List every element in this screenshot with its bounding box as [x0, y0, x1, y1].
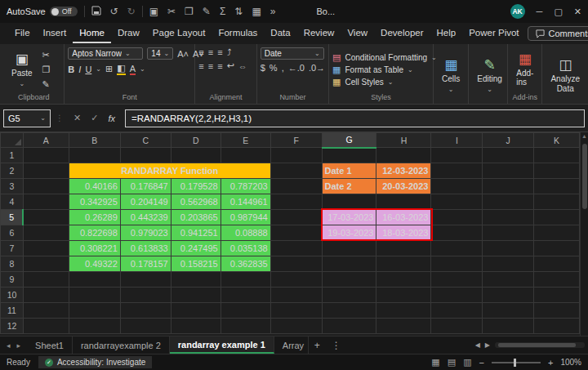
vertical-scrollbar[interactable]: ▲ [580, 132, 588, 336]
cells-button[interactable]: ▦ Cells ⌄ [437, 47, 465, 104]
col-header-D[interactable]: D [171, 133, 220, 148]
horizontal-scroll-thumb[interactable] [498, 343, 576, 347]
account-avatar[interactable]: AK [510, 4, 525, 19]
accessibility-button[interactable]: ✓ Accessibility: Investigate [38, 356, 152, 368]
cell-A2[interactable] [23, 163, 69, 179]
cell-A6[interactable] [23, 225, 69, 241]
sheet-tab-randarrayexample-2[interactable]: randarrayexample 2 [73, 337, 170, 354]
cell-B5[interactable]: 0.26289 [69, 210, 120, 225]
menu-tab-data[interactable]: Data [264, 25, 296, 43]
cell-K12[interactable] [534, 319, 580, 334]
autosave-toggle[interactable]: Off [50, 7, 78, 16]
cell-B4[interactable]: 0.342925 [69, 194, 120, 210]
scroll-left-icon[interactable]: ◀ [475, 341, 480, 349]
cell-H7[interactable] [376, 241, 431, 256]
horizontal-scroll-track[interactable] [495, 342, 585, 348]
cell-F9[interactable] [270, 272, 322, 288]
row-header-5[interactable]: 5 [1, 210, 24, 225]
cell-D10[interactable] [171, 288, 220, 303]
cell-D3[interactable]: 0.179528 [171, 179, 220, 194]
scroll-up-icon[interactable]: ▲ [581, 132, 587, 140]
cell-D4[interactable]: 0.562968 [171, 194, 220, 210]
sheet-tab-sheet1[interactable]: Sheet1 [27, 337, 73, 354]
cell-H5[interactable]: 16-03-2023 [376, 210, 431, 225]
cell-I2[interactable] [431, 163, 483, 179]
cell-A10[interactable] [23, 288, 69, 303]
insert-function-icon[interactable]: fx [108, 114, 115, 123]
menu-tab-developer[interactable]: Developer [374, 25, 430, 43]
cell-K8[interactable] [534, 256, 580, 272]
cell-F11[interactable] [270, 303, 322, 319]
cell-I7[interactable] [431, 241, 483, 256]
cell-D9[interactable] [171, 272, 220, 288]
comments-button[interactable]: Comments [528, 26, 588, 41]
cell-B12[interactable] [69, 319, 120, 334]
menu-tab-home[interactable]: Home [73, 25, 111, 43]
cell-G9[interactable] [322, 272, 376, 288]
cell-K10[interactable] [534, 288, 580, 303]
cell-C5[interactable]: 0.443239 [120, 210, 171, 225]
scroll-right-icon[interactable]: ▶ [485, 341, 490, 349]
more-commands-icon[interactable]: » [270, 6, 276, 17]
cell-E8[interactable]: 0.362835 [220, 256, 270, 272]
col-header-F[interactable]: F [270, 133, 322, 148]
cell-J1[interactable] [483, 148, 534, 163]
cell-E6[interactable]: 0.08888 [220, 225, 270, 241]
copy-icon[interactable]: ❐ [185, 6, 194, 17]
cell-G4[interactable] [322, 194, 376, 210]
cell-G7[interactable] [322, 241, 376, 256]
maximize-button[interactable]: ▢ [554, 7, 562, 17]
align-left-icon[interactable]: ≡ [198, 61, 203, 71]
cell-E5[interactable]: 0.987944 [220, 210, 270, 225]
align-bottom-icon[interactable]: ≡ [217, 47, 222, 57]
cell-F6[interactable] [270, 225, 322, 241]
cell-C4[interactable]: 0.204149 [120, 194, 171, 210]
menu-tab-help[interactable]: Help [430, 25, 463, 43]
increase-decimal-icon[interactable]: ←.0 [288, 63, 305, 73]
col-header-J[interactable]: J [483, 133, 534, 148]
col-header-H[interactable]: H [376, 133, 431, 148]
cell-I4[interactable] [431, 194, 483, 210]
format-as-table-button[interactable]: ▦ Format as Table ⌄ [332, 65, 437, 75]
close-button[interactable]: ✕ [574, 7, 581, 17]
cell-C1[interactable] [120, 148, 171, 163]
cell-D12[interactable] [171, 319, 220, 334]
cell-I9[interactable] [431, 272, 483, 288]
cell-B2[interactable]: RANDARRAY Function [69, 163, 270, 179]
cut-button[interactable]: ✂ [42, 50, 51, 60]
row-header-12[interactable]: 12 [1, 319, 24, 334]
menu-tab-insert[interactable]: Insert [37, 25, 74, 43]
cell-H9[interactable] [376, 272, 431, 288]
col-header-G[interactable]: G [322, 133, 376, 148]
cell-B3[interactable]: 0.40166 [69, 179, 120, 194]
conditional-formatting-button[interactable]: ▤ Conditional Formatting ⌄ [332, 52, 437, 63]
cell-B11[interactable] [69, 303, 120, 319]
cell-styles-button[interactable]: ▦ Cell Styles ⌄ [332, 77, 437, 87]
cell-D1[interactable] [171, 148, 220, 163]
cell-F7[interactable] [270, 241, 322, 256]
cell-F2[interactable] [270, 163, 322, 179]
cell-H1[interactable] [376, 148, 431, 163]
cell-F8[interactable] [270, 256, 322, 272]
zoom-out-icon[interactable]: − [479, 358, 484, 368]
cell-C11[interactable] [120, 303, 171, 319]
merge-center-icon[interactable]: ⇔ [238, 61, 247, 71]
copy-button[interactable]: ❐ [42, 65, 51, 75]
bold-button[interactable]: B [68, 65, 74, 74]
cell-H6[interactable]: 18-03-2023 [376, 225, 431, 241]
cell-C9[interactable] [120, 272, 171, 288]
orientation-icon[interactable]: ⤴ [227, 47, 232, 57]
undo-icon[interactable]: ↺ [110, 6, 118, 17]
cell-H4[interactable] [376, 194, 431, 210]
cell-K7[interactable] [534, 241, 580, 256]
cell-K2[interactable] [534, 163, 580, 179]
table-icon[interactable]: ▦ [252, 6, 261, 17]
cell-C8[interactable]: 0.178157 [120, 256, 171, 272]
cell-E3[interactable]: 0.787203 [220, 179, 270, 194]
format-painter-button[interactable]: ✎ [42, 79, 51, 90]
cell-B10[interactable] [69, 288, 120, 303]
cell-G5[interactable]: 17-03-2023 [322, 210, 376, 225]
cell-J8[interactable] [483, 256, 534, 272]
cell-A7[interactable] [23, 241, 69, 256]
cell-E1[interactable] [220, 148, 270, 163]
